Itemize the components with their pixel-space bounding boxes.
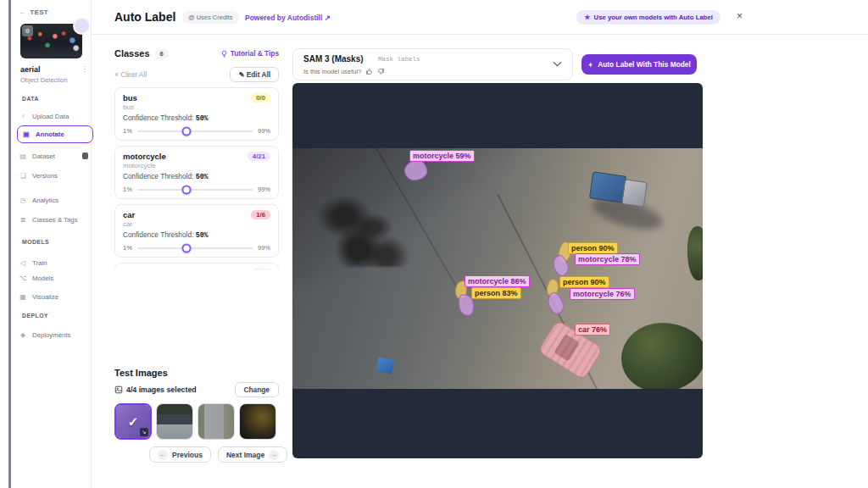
analytics-icon: ◷ xyxy=(19,197,27,204)
class-list: bus 0/0 bus Confidence Threshold: 50% 1%… xyxy=(114,87,279,269)
sidebar-item-annotate[interactable]: ▣ Annotate xyxy=(17,125,93,143)
sidebar-item-versions[interactable]: ❏ Versions xyxy=(19,169,92,182)
chevron-down-icon[interactable] xyxy=(553,61,562,67)
sidebar: ←TEST ⚙ aerial ⋮ Object Detection DATA ↑… xyxy=(11,0,92,488)
threshold-value: 50% xyxy=(196,231,209,239)
next-image-button[interactable]: Next Image → xyxy=(218,446,287,463)
sidebar-item-label: Deployments xyxy=(32,331,71,339)
sidebar-item-label: Analytics xyxy=(32,197,58,204)
sidebar-item-visualize[interactable]: ▦ Visualize xyxy=(19,290,92,303)
promo-pill[interactable]: ★Use your own models with Auto Label xyxy=(576,10,721,25)
kebab-menu-icon[interactable]: ⋮ xyxy=(81,65,88,74)
clear-all-button[interactable]: × Clear All xyxy=(114,70,147,79)
test-image-1-selected[interactable]: ✓ ↘ xyxy=(114,403,152,440)
sidebar-item-models[interactable]: ⌥ Models xyxy=(19,271,92,285)
thumbs-down-icon[interactable] xyxy=(377,68,385,75)
sidebar-item-deployments[interactable]: ◈ Deployments xyxy=(19,328,92,341)
slider-max-label: 99% xyxy=(258,127,270,135)
images-selected-label: 4/4 images selected xyxy=(126,385,197,394)
model-tag: Mask labels xyxy=(378,56,420,63)
arrow-left-icon: ← xyxy=(158,450,168,460)
class-card-bus: bus 0/0 bus Confidence Threshold: 50% 1%… xyxy=(114,87,279,141)
test-image-2[interactable] xyxy=(156,403,193,440)
detection-label[interactable]: person 90% xyxy=(559,276,609,288)
detection-label[interactable]: motorcycle 78% xyxy=(575,253,640,265)
class-name: bicycle xyxy=(123,269,150,269)
page-header: Auto Label @ Uses Credits Powered by Aut… xyxy=(92,0,868,35)
threshold-value: 50% xyxy=(196,114,209,122)
detection-label[interactable]: person 90% xyxy=(568,242,618,254)
class-name: motorcycle xyxy=(123,152,166,161)
sidebar-item-dataset[interactable]: ▤ Dataset xyxy=(19,149,92,163)
project-name: aerial xyxy=(20,65,41,74)
slider-min-label: 1% xyxy=(123,127,132,135)
class-count-badge: 0/1 xyxy=(251,269,270,269)
workspace-back-link[interactable]: ←TEST xyxy=(19,8,48,16)
detection-label[interactable]: motorcycle 59% xyxy=(409,150,475,162)
detection-label[interactable]: person 83% xyxy=(471,287,521,299)
sidebar-item-label: Visualize xyxy=(32,293,58,301)
blue-object xyxy=(376,357,395,374)
slider-thumb[interactable] xyxy=(182,126,192,136)
expand-icon[interactable]: ↘ xyxy=(140,428,148,436)
thumbnail-image xyxy=(157,404,192,439)
close-icon[interactable]: × xyxy=(737,10,743,22)
class-subname: car xyxy=(123,220,270,228)
debris-patch xyxy=(316,195,409,267)
detection-label[interactable]: motorcycle 86% xyxy=(465,275,530,287)
uses-credits-badge: @ Uses Credits xyxy=(182,11,239,24)
class-count-badge: 1/6 xyxy=(251,210,270,219)
class-count-badge: 0/0 xyxy=(251,93,270,103)
powered-by-autodistill-link[interactable]: Powered by Autodistill ↗ xyxy=(245,14,331,22)
test-image-thumbnails: ✓ ↘ xyxy=(114,403,276,440)
dataset-badge-icon xyxy=(82,152,88,159)
tutorial-tips-link[interactable]: Tutorial & Tips xyxy=(220,49,279,58)
threshold-label: Confidence Threshold: xyxy=(123,114,193,122)
previous-label: Previous xyxy=(172,451,203,459)
confidence-slider[interactable] xyxy=(137,130,253,132)
back-arrow-icon: ← xyxy=(19,8,25,16)
section-models: MODELS xyxy=(22,239,49,245)
image-icon xyxy=(114,385,123,394)
slider-thumb[interactable] xyxy=(182,185,192,194)
confidence-slider[interactable] xyxy=(137,189,253,191)
lightbulb-icon xyxy=(220,50,228,58)
thumbnail-image xyxy=(198,404,234,439)
section-deploy: DEPLOY xyxy=(22,313,48,319)
threshold-label: Confidence Threshold: xyxy=(123,230,193,239)
detection-label[interactable]: motorcycle 76% xyxy=(570,288,635,300)
model-name: SAM 3 (Masks) xyxy=(303,54,364,64)
slider-min-label: 1% xyxy=(123,244,132,252)
workspace-name: TEST xyxy=(30,8,48,16)
slider-thumb[interactable] xyxy=(182,243,192,252)
images-selected-text: 4/4 images selected xyxy=(114,385,197,394)
sidebar-item-label: Models xyxy=(32,274,53,282)
sidebar-item-classes-tags[interactable]: ≣ Classes & Tags xyxy=(19,213,92,226)
promo-label: Use your own models with Auto Label xyxy=(594,14,714,21)
auto-label-button[interactable]: Auto Label With This Model xyxy=(581,54,697,75)
slider-max-label: 99% xyxy=(258,244,270,252)
sidebar-item-upload-data[interactable]: ↑ Upload Data xyxy=(19,109,92,123)
sidebar-item-analytics[interactable]: ◷ Analytics xyxy=(19,193,92,207)
annotation-canvas[interactable]: motorcycle 59% person 90% motorcycle 78%… xyxy=(292,83,703,458)
lightning-bolt-icon xyxy=(587,61,594,69)
class-name: car xyxy=(123,210,135,219)
thumbs-up-icon[interactable] xyxy=(365,68,373,75)
change-button[interactable]: Change xyxy=(235,382,279,397)
versions-icon: ❏ xyxy=(19,172,27,180)
model-selector[interactable]: SAM 3 (Masks) Mask labels Is this model … xyxy=(292,48,573,80)
edit-all-button[interactable]: ✎ Edit All xyxy=(230,67,279,82)
blue-truck xyxy=(589,171,626,202)
auto-label-button-label: Auto Label With This Model xyxy=(598,60,691,69)
detection-label[interactable]: car 76% xyxy=(575,324,610,336)
sidebar-item-train[interactable]: ◁ Train xyxy=(19,256,92,269)
test-image-4[interactable] xyxy=(239,403,276,440)
previous-button[interactable]: ← Previous xyxy=(149,446,211,463)
test-image-3[interactable] xyxy=(198,403,235,440)
threshold-label: Confidence Threshold: xyxy=(123,172,193,180)
class-subname: motorcycle xyxy=(123,162,270,169)
confidence-slider[interactable] xyxy=(137,247,253,249)
sidebar-item-label: Train xyxy=(32,259,47,267)
deployments-icon: ◈ xyxy=(19,331,27,339)
avatar[interactable] xyxy=(73,17,91,35)
